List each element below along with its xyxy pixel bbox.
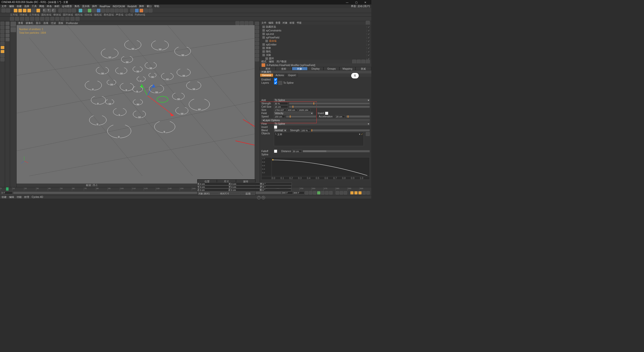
spline-icon[interactable]	[278, 81, 282, 85]
pos-x-input[interactable]	[199, 183, 229, 185]
goto-start-icon[interactable]	[305, 191, 308, 195]
move-tool-icon[interactable]	[18, 9, 22, 13]
snap-icon[interactable]	[1, 50, 5, 53]
render-icon[interactable]	[58, 9, 62, 13]
shelf-icon[interactable]	[50, 17, 54, 21]
shelf-item[interactable]: 着色器域	[104, 13, 114, 17]
menu-mesh[interactable]: 网格	[39, 5, 44, 8]
redo-icon[interactable]	[6, 9, 10, 13]
camera-icon[interactable]	[110, 9, 114, 13]
play-icon[interactable]	[317, 191, 320, 195]
minimize-icon[interactable]: —	[343, 1, 352, 4]
shelf-item[interactable]: 锥体域	[53, 13, 61, 17]
strip-icon[interactable]	[255, 30, 259, 33]
cursor-icon[interactable]	[11, 27, 16, 32]
apply-button[interactable]: 应用	[241, 192, 255, 195]
light-icon[interactable]	[115, 9, 119, 13]
undo-icon[interactable]	[2, 9, 6, 13]
vp-menu-view[interactable]: 查看	[18, 21, 23, 25]
om-row[interactable]: xpEmitter: ✓	[261, 43, 370, 46]
key-pla-icon[interactable]	[366, 191, 370, 195]
close-icon[interactable]: ✕	[361, 1, 370, 4]
tab-falloff[interactable]: 衰减	[355, 67, 371, 70]
om-row[interactable]: 克隆: ✓	[261, 53, 370, 57]
strip-icon[interactable]	[255, 46, 259, 49]
recent-tool-icon[interactable]	[32, 9, 36, 13]
strip-icon[interactable]	[255, 22, 259, 25]
om-menu-objects[interactable]: 对象	[283, 21, 288, 25]
om-row[interactable]: xpConstraints: ✓	[261, 29, 370, 32]
coord-mode-dropdown[interactable]: 对象 (相对)	[198, 192, 219, 195]
scale-tool-icon[interactable]	[23, 9, 27, 13]
add-dropdown[interactable]: To Spline▾	[274, 99, 370, 102]
shelf-icon[interactable]	[20, 17, 24, 21]
tag-icon[interactable]	[144, 9, 148, 13]
vp-menu-display[interactable]: 显示	[36, 21, 41, 25]
object-manager[interactable]: 隐藏所选: ✓xpConstraints: ✓xpLimit: ✓xpFlowF…	[260, 25, 371, 60]
axis-lock-icon[interactable]	[36, 9, 40, 13]
om-row[interactable]: 随机: ✓	[261, 50, 370, 53]
om-menu-file[interactable]: 文件	[261, 21, 266, 25]
shelf-icon[interactable]	[30, 17, 34, 21]
help-icon[interactable]: ?	[257, 196, 261, 199]
shelf-item[interactable]: 声音域	[116, 13, 123, 17]
objects-list[interactable]: └ 文本 ▾ ✓	[274, 132, 364, 146]
xp-icon[interactable]	[148, 9, 152, 13]
poly-mode-icon[interactable]	[1, 42, 5, 45]
mat-tab-cycles[interactable]: Cycles 4D	[32, 196, 43, 198]
om-menu-tags[interactable]: 标签	[290, 21, 295, 25]
falloff-dist-input[interactable]	[292, 150, 302, 153]
vp-nav-icon[interactable]	[245, 21, 249, 25]
vp-nav-icon[interactable]	[240, 21, 244, 25]
attr-nav-icon[interactable]	[366, 60, 370, 64]
subtab-general[interactable]: General	[260, 73, 273, 77]
menu-tools[interactable]: 工具	[32, 5, 37, 8]
y-axis-icon[interactable]: Y	[47, 9, 51, 13]
locked-icon[interactable]	[1, 58, 5, 61]
render-pv-icon[interactable]	[63, 9, 67, 13]
layout-label[interactable]: 界面: 启动 (用户)	[351, 5, 370, 8]
shelf-item[interactable]: Python域	[135, 13, 145, 17]
menu-help[interactable]: 帮助	[154, 5, 159, 8]
shelf-item[interactable]: 球体域	[20, 13, 27, 17]
shelf-icon[interactable]	[75, 17, 79, 21]
key-p-icon[interactable]	[350, 191, 354, 195]
tab-object[interactable]: 对象	[292, 67, 308, 70]
viewport-solo-icon[interactable]	[1, 54, 5, 57]
vp-nav-icon[interactable]	[235, 21, 239, 25]
shelf-item[interactable]: 立方域	[10, 13, 18, 17]
rot-p-input[interactable]	[262, 186, 292, 188]
axis-icon[interactable]	[1, 46, 5, 49]
menu-redshift[interactable]: Redshift	[128, 5, 137, 8]
point-mode-icon[interactable]	[1, 34, 5, 37]
attr-menu-userdata[interactable]: 用户数据	[276, 60, 287, 63]
enabled-checkbox[interactable]	[274, 78, 277, 81]
shelf-icon[interactable]	[15, 17, 19, 21]
strip-icon[interactable]	[255, 50, 259, 53]
snap-icon[interactable]	[6, 26, 10, 29]
om-row[interactable]: 流动域: ✓	[261, 39, 370, 43]
shelf-icon[interactable]	[25, 17, 29, 21]
menu-script[interactable]: 脚本	[139, 5, 144, 8]
menu-spline[interactable]: 样条	[47, 5, 52, 8]
ime-badge[interactable]: 英	[351, 73, 359, 78]
menu-pipeline[interactable]: 流水线	[82, 5, 90, 8]
shelf-icon[interactable]	[70, 17, 74, 21]
vp-menu-camera[interactable]: 摄像机	[26, 21, 33, 25]
invert2-checkbox[interactable]	[274, 125, 277, 129]
search-icon[interactable]	[366, 21, 370, 25]
maximize-icon[interactable]: ▢	[352, 1, 361, 4]
snap-icon[interactable]	[6, 30, 10, 33]
size-mode-dropdown[interactable]: 绝对尺寸	[219, 192, 240, 195]
z-axis-icon[interactable]: Z	[52, 9, 56, 13]
array-icon[interactable]	[97, 9, 101, 13]
vp-menu-options[interactable]: 选项	[43, 21, 48, 25]
falloff-graph[interactable]: 1.0 0.8 0.6 0.4 0.2 0.00.10.20.30.40.50.…	[261, 157, 370, 180]
mat-tab-tex[interactable]: 纹理	[24, 195, 29, 199]
size-x-input[interactable]	[230, 183, 260, 185]
shelf-icon[interactable]	[60, 17, 64, 21]
strip-icon[interactable]	[255, 34, 259, 37]
om-row[interactable]: xpFlowField: ✓	[261, 36, 370, 39]
pos-z-input[interactable]	[199, 189, 229, 191]
om-menu-bookmarks[interactable]: 书签	[297, 21, 302, 25]
